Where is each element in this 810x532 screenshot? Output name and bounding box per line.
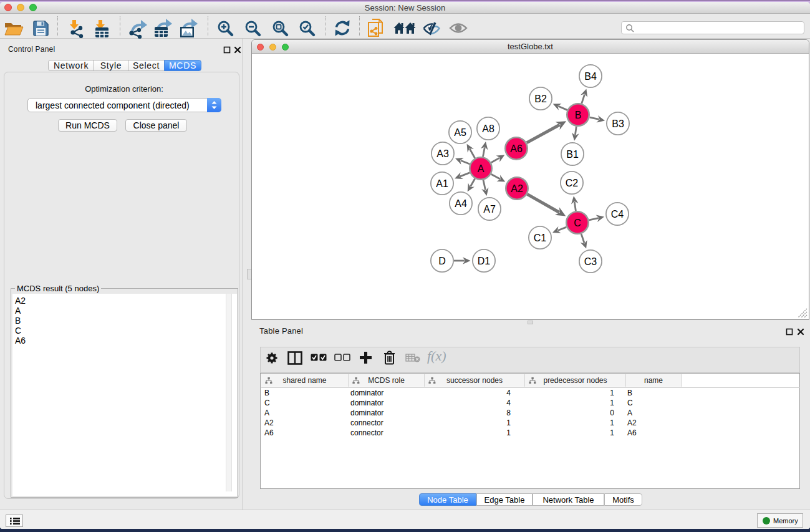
svg-text:D1: D1 bbox=[478, 256, 491, 266]
svg-text:B2: B2 bbox=[534, 94, 547, 104]
svg-text:A2: A2 bbox=[511, 183, 523, 194]
svg-text:B1: B1 bbox=[566, 149, 579, 160]
svg-text:B3: B3 bbox=[612, 118, 624, 129]
svg-text:B: B bbox=[575, 110, 582, 120]
svg-text:A7: A7 bbox=[483, 204, 496, 215]
svg-text:A: A bbox=[478, 163, 485, 174]
svg-text:A6: A6 bbox=[510, 143, 523, 154]
svg-text:B4: B4 bbox=[584, 71, 597, 82]
svg-text:C: C bbox=[574, 218, 581, 228]
svg-text:A3: A3 bbox=[436, 148, 449, 159]
svg-text:C1: C1 bbox=[534, 233, 547, 243]
svg-text:C3: C3 bbox=[584, 256, 597, 267]
svg-text:A5: A5 bbox=[454, 127, 466, 138]
svg-text:D: D bbox=[438, 256, 446, 266]
svg-text:C2: C2 bbox=[566, 178, 579, 188]
svg-text:A8: A8 bbox=[482, 123, 494, 134]
svg-text:A4: A4 bbox=[455, 198, 467, 209]
svg-text:C4: C4 bbox=[611, 209, 624, 220]
svg-text:A1: A1 bbox=[436, 178, 448, 189]
